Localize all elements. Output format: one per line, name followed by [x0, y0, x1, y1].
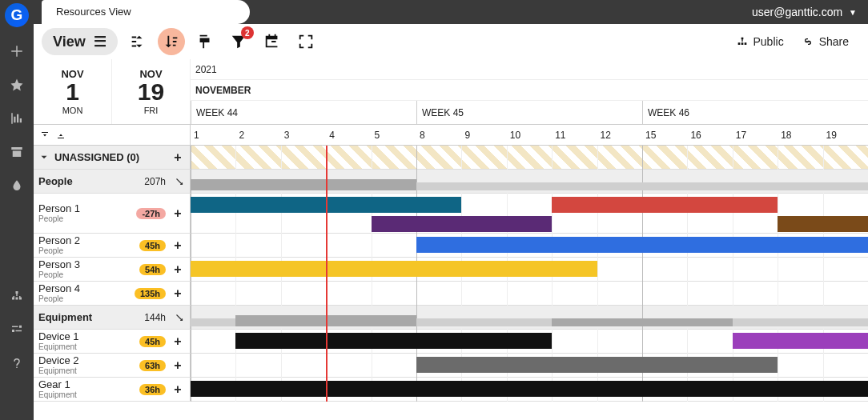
paint-icon[interactable]	[191, 28, 219, 55]
resource-name[interactable]: Device 2Equipment	[38, 355, 135, 375]
view-tab[interactable]: Resources View	[42, 0, 250, 24]
task-bar[interactable]	[191, 197, 461, 213]
chart-icon[interactable]	[6, 107, 28, 130]
topbar: Resources View user@ganttic.com ▼	[0, 0, 868, 24]
group-name: People	[38, 175, 73, 187]
group-row: Equipment144h	[34, 306, 868, 330]
resource-row: Person 2People45h+	[34, 234, 868, 258]
timeline-cell[interactable]	[191, 378, 868, 401]
utilization-bar	[416, 182, 868, 190]
logo-icon[interactable]: G	[5, 3, 29, 27]
add-task-button[interactable]: +	[171, 382, 185, 397]
resource-name[interactable]: Device 1Equipment	[38, 331, 135, 351]
resource-icon[interactable]	[6, 285, 28, 307]
archive-icon[interactable]	[6, 141, 28, 163]
add-icon[interactable]	[6, 40, 28, 62]
task-bar[interactable]	[372, 216, 553, 232]
indent-icon[interactable]	[124, 28, 151, 55]
filter-badge: 2	[241, 26, 254, 39]
task-bar[interactable]	[733, 333, 868, 349]
task-bar[interactable]	[235, 333, 552, 349]
task-bar[interactable]	[552, 197, 778, 213]
share-label: Share	[819, 35, 849, 48]
start-date[interactable]: NOV 1 MON	[34, 59, 112, 124]
grid-body: UNASSIGNED (0)+People207hPerson 1People-…	[34, 146, 868, 402]
chevron-down-icon: ▼	[849, 8, 857, 17]
add-task-button[interactable]: +	[171, 262, 185, 277]
weeks-row: WEEK 44WEEK 45WEEK 46	[191, 101, 868, 124]
week-label: WEEK 44	[191, 101, 416, 125]
expand-icon[interactable]	[38, 152, 50, 163]
row-label: Person 3People54h+	[34, 258, 191, 281]
day-cell: 18	[778, 125, 822, 146]
drop-icon[interactable]	[6, 174, 28, 197]
resource-name[interactable]: Person 3People	[38, 259, 135, 279]
group-hours: 144h	[144, 312, 166, 323]
resource-name[interactable]: Person 4People	[38, 283, 130, 303]
help-icon[interactable]	[6, 352, 28, 374]
task-bar[interactable]	[778, 216, 868, 232]
day-cell: 11	[552, 125, 597, 146]
resource-name[interactable]: Person 1People	[38, 203, 131, 223]
timeline-header: 2021 NOVEMBER WEEK 44WEEK 45WEEK 46	[191, 59, 868, 124]
settings-icon[interactable]	[6, 318, 28, 341]
collapse-controls	[34, 125, 191, 145]
add-task-button[interactable]: +	[171, 334, 185, 349]
task-bar[interactable]	[191, 261, 597, 277]
menu-icon: ☰	[94, 33, 106, 50]
collapse-icon[interactable]	[174, 312, 185, 323]
timeline-cell[interactable]	[191, 194, 868, 233]
group-hours: 207h	[144, 176, 166, 187]
add-task-button[interactable]: +	[171, 358, 185, 373]
day-cell: 4	[326, 125, 371, 146]
row-label: Person 2People45h+	[34, 234, 191, 257]
resource-name[interactable]: Person 2People	[38, 235, 135, 255]
timeline-cell[interactable]	[191, 330, 868, 353]
user-menu[interactable]: user@ganttic.com ▼	[752, 6, 857, 18]
timeline-cell[interactable]	[191, 258, 868, 281]
resource-row: Person 1People-27h+	[34, 194, 868, 234]
day-cell: 5	[372, 125, 416, 146]
add-task-button[interactable]: +	[171, 238, 185, 253]
end-date[interactable]: NOV 19 FRI	[112, 59, 191, 124]
timeline-cell[interactable]	[191, 306, 868, 329]
task-bar[interactable]	[416, 237, 868, 253]
date-range[interactable]: NOV 1 MON NOV 19 FRI	[34, 59, 191, 124]
timeline-cell[interactable]	[191, 146, 868, 169]
day-cell: 3	[281, 125, 326, 146]
group-row: People207h	[34, 170, 868, 194]
utilization-bar	[416, 318, 552, 326]
day-cell: 1	[191, 125, 235, 146]
hours-badge: 45h	[139, 240, 166, 251]
public-button[interactable]: Public	[736, 35, 784, 48]
timeline-cell[interactable]	[191, 282, 868, 305]
resource-name[interactable]: Gear 1Equipment	[38, 379, 135, 399]
calendar-icon[interactable]	[259, 28, 286, 55]
task-bar[interactable]	[191, 381, 868, 397]
task-bar[interactable]	[416, 357, 778, 373]
timeline-cell[interactable]	[191, 234, 868, 257]
collapse-all-icon[interactable]	[40, 130, 50, 140]
fullscreen-icon[interactable]	[292, 28, 319, 55]
share-button[interactable]: Share	[802, 35, 849, 48]
day-cell: 12	[597, 125, 642, 146]
public-label: Public	[753, 35, 784, 48]
row-label: Person 4People135h+	[34, 282, 191, 305]
timeline-cell[interactable]	[191, 170, 868, 193]
view-button[interactable]: View ☰	[42, 28, 118, 55]
day-cell: 10	[507, 125, 552, 146]
add-task-button[interactable]: +	[171, 286, 185, 301]
hours-badge: 36h	[139, 384, 166, 395]
timeline-cell[interactable]	[191, 354, 868, 377]
collapse-icon[interactable]	[174, 176, 185, 187]
group-name: Equipment	[38, 311, 92, 323]
add-task-button[interactable]: +	[171, 206, 185, 221]
star-icon[interactable]	[6, 74, 28, 96]
filter-icon[interactable]: 2	[225, 28, 252, 55]
sort-icon[interactable]	[158, 28, 185, 55]
add-task-button[interactable]: +	[171, 150, 185, 165]
expand-all-icon[interactable]	[56, 130, 66, 140]
toolbar: View ☰ 2 Public Share	[34, 24, 868, 59]
app-sidebar: G	[0, 0, 34, 420]
day-cell: 16	[687, 125, 732, 146]
